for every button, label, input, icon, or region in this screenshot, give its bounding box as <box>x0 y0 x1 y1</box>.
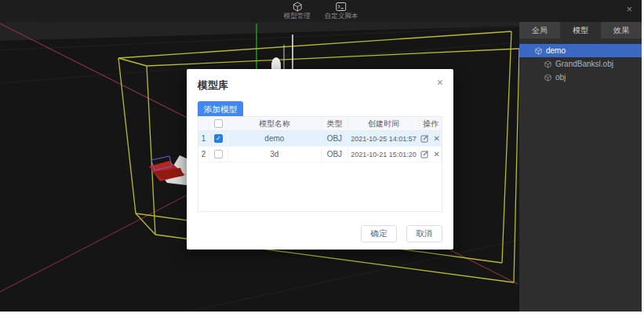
row-created: 2021-10-25 14:01:57 <box>348 131 420 146</box>
tree-item-demo[interactable]: demo <box>519 44 642 57</box>
delete-icon[interactable]: ✕ <box>433 150 439 158</box>
model-table: 模型名称 类型 创建时间 操作 1 ✓ demo OBJ 2021-10-25 … <box>198 116 442 212</box>
tree-item-obj[interactable]: obj <box>519 71 642 84</box>
edit-icon[interactable] <box>420 150 429 158</box>
row-type: OBJ <box>322 147 348 162</box>
edit-icon[interactable] <box>420 134 429 143</box>
tree-item-label: obj <box>555 73 566 82</box>
terminal-icon <box>336 2 347 12</box>
row-index: 1 <box>198 131 209 146</box>
table-row[interactable]: 1 ✓ demo OBJ 2021-10-25 14:01:57 ✕ <box>198 131 442 147</box>
delete-icon[interactable]: ✕ <box>433 134 439 143</box>
horizon-band <box>0 22 519 41</box>
cube-icon <box>535 47 542 55</box>
tool-custom-script[interactable]: 自定义脚本 <box>325 2 358 20</box>
top-toolbar: 模型管理 自定义脚本 × <box>0 0 642 22</box>
cube-icon <box>544 60 551 68</box>
row-index: 2 <box>198 147 209 162</box>
close-icon[interactable]: × <box>626 4 632 14</box>
tab-model[interactable]: 模型 <box>560 22 601 38</box>
tree-item-label: demo <box>546 46 566 55</box>
model-library-dialog: 模型库 × 添加模型 模型名称 类型 创建时间 操作 1 ✓ demo OBJ … <box>187 69 453 250</box>
tree-item-grandbanks[interactable]: GrandBanksl.obj <box>519 57 642 71</box>
column-header-type: 类型 <box>322 117 348 130</box>
app-window: 模型管理 自定义脚本 × 全局 模型 效果 de <box>0 0 642 312</box>
dialog-close-icon[interactable]: × <box>437 76 443 89</box>
tab-global[interactable]: 全局 <box>519 22 560 38</box>
cube-icon <box>544 74 551 82</box>
row-created: 2021-10-21 15:01:20 <box>348 147 420 162</box>
boat-model-center <box>271 35 293 73</box>
confirm-button[interactable]: 确定 <box>361 225 397 242</box>
column-header-name: 模型名称 <box>228 117 322 130</box>
model-tree: demo GrandBanksl.obj obj <box>519 38 642 84</box>
row-name: demo <box>228 131 322 146</box>
panel-tabs: 全局 模型 效果 <box>519 22 642 38</box>
row-type: OBJ <box>322 131 348 146</box>
row-checkbox[interactable]: ✓ <box>214 134 223 143</box>
row-checkbox[interactable] <box>214 150 223 158</box>
column-header-ops: 操作 <box>420 117 442 130</box>
table-row[interactable]: 2 3d OBJ 2021-10-21 15:01:20 ✕ <box>198 147 442 162</box>
boat-model-left <box>149 155 187 185</box>
tree-item-label: GrandBanksl.obj <box>555 60 613 68</box>
tool-model-manage[interactable]: 模型管理 <box>284 2 311 20</box>
cancel-button[interactable]: 取消 <box>406 225 442 242</box>
cube-icon <box>292 2 302 12</box>
tool-label: 自定义脚本 <box>325 13 358 20</box>
tool-label: 模型管理 <box>284 13 311 20</box>
dialog-title: 模型库 <box>198 79 228 91</box>
column-header-created: 创建时间 <box>348 117 420 130</box>
index-header <box>198 117 209 130</box>
row-name: 3d <box>228 147 322 162</box>
select-all-checkbox[interactable] <box>214 119 223 128</box>
tab-effect[interactable]: 效果 <box>601 22 642 38</box>
table-header-row: 模型名称 类型 创建时间 操作 <box>198 117 442 131</box>
right-panel: 全局 模型 效果 demo GrandBanksl.obj ob <box>519 22 642 312</box>
